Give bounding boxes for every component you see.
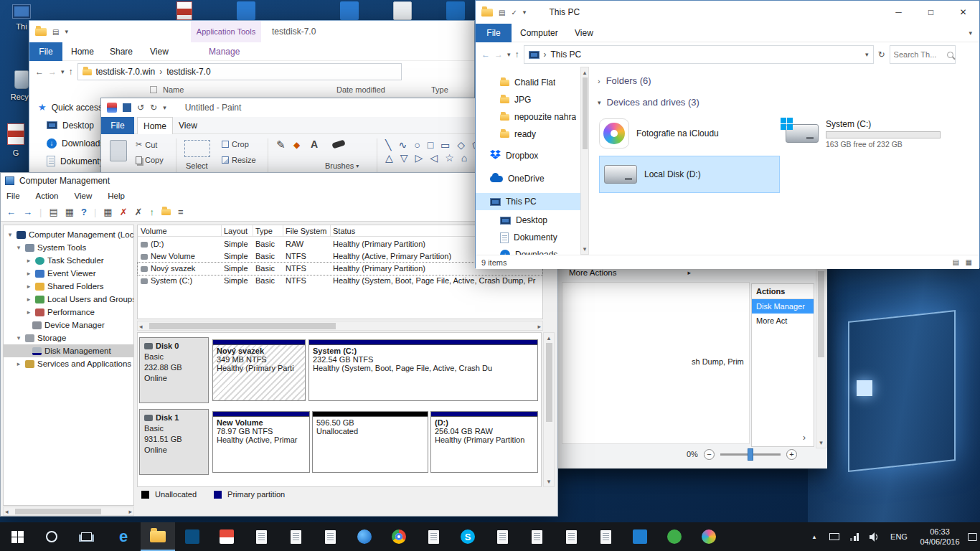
breadcrumb-part[interactable]: testdisk-7.0.win bbox=[96, 67, 156, 77]
nav-item-nepouzite[interactable]: nepouzite nahra bbox=[476, 108, 580, 126]
toolbar-list-icon[interactable]: ≡ bbox=[178, 207, 184, 217]
column-type[interactable]: Type bbox=[431, 85, 448, 94]
tree-item-local-users[interactable]: ▸Local Users and Groups bbox=[4, 293, 133, 306]
address-dropdown-icon[interactable]: ▾ bbox=[865, 51, 869, 58]
scroll-left-icon[interactable]: ◂ bbox=[5, 508, 9, 515]
back-icon[interactable]: ← bbox=[481, 50, 490, 60]
partition-new-volume[interactable]: New Volume 78.97 GB NTFS Healthy (Active… bbox=[212, 411, 310, 473]
desktop-icon-pdf-top[interactable] bbox=[176, 1, 192, 22]
scroll-down-icon[interactable]: ▾ bbox=[581, 245, 588, 253]
zoom-in-icon[interactable]: + bbox=[786, 449, 797, 460]
taskbar-chrome[interactable] bbox=[382, 522, 416, 551]
column-date-modified[interactable]: Date modified bbox=[336, 85, 385, 94]
qat-chevron-down-icon[interactable]: ▾ bbox=[523, 9, 527, 16]
tree-item-system-tools[interactable]: ▾System Tools bbox=[4, 241, 133, 254]
item-system-c[interactable]: System (C:) 163 GB free of 232 GB bbox=[786, 114, 966, 153]
nav-item-ready[interactable]: ready bbox=[476, 126, 580, 143]
back-icon[interactable]: ← bbox=[35, 67, 44, 77]
desktop-icon-app-4[interactable] bbox=[446, 1, 465, 22]
pencil-tool-icon[interactable]: ✎ bbox=[276, 138, 286, 151]
shape-rounded-rectangle-icon[interactable]: ▭ bbox=[440, 139, 450, 151]
shape-oval-icon[interactable]: ○ bbox=[414, 139, 420, 151]
devices-group-header[interactable]: ▾ Devices and drives (3) bbox=[598, 97, 699, 108]
desktop-icon-app-3[interactable] bbox=[393, 1, 412, 22]
actions-item-more-actions[interactable]: More Act bbox=[752, 314, 814, 328]
breadcrumb-part[interactable]: testdisk-7.0 bbox=[166, 67, 210, 77]
expander-icon[interactable]: ▸ bbox=[15, 360, 22, 367]
tray-clock[interactable]: 06:33 04/06/2016 bbox=[915, 522, 964, 551]
nav-item-dokumenty[interactable]: Dokumenty bbox=[476, 229, 580, 246]
menu-help[interactable]: Help bbox=[108, 192, 125, 200]
toolbar-window-icon[interactable]: ▦ bbox=[103, 207, 112, 217]
tab-file[interactable]: File bbox=[476, 24, 512, 42]
shape-line-icon[interactable]: ╲ bbox=[385, 139, 391, 151]
disk-view-vscroll[interactable]: ▴ ▾ bbox=[543, 332, 555, 487]
redo-icon[interactable]: ↻ bbox=[150, 103, 157, 113]
tab-share[interactable]: Share bbox=[110, 47, 133, 57]
qat-chevron-down-icon[interactable]: ▾ bbox=[163, 104, 166, 111]
nav-item-desktop[interactable]: Desktop bbox=[476, 212, 580, 229]
paste-icon[interactable] bbox=[110, 140, 127, 161]
cortana-button[interactable] bbox=[34, 522, 69, 551]
taskbar-document-3[interactable] bbox=[313, 522, 347, 551]
qat-properties-icon[interactable]: ▤ bbox=[52, 28, 59, 36]
taskbar-skype[interactable]: S bbox=[451, 522, 485, 551]
forward-icon[interactable]: → bbox=[494, 50, 503, 60]
shape-star-icon[interactable]: ☆ bbox=[445, 152, 454, 164]
desktop-icon-pdf[interactable]: G bbox=[0, 123, 32, 157]
actions-item-disk-management[interactable]: Disk Manager bbox=[752, 299, 814, 314]
tree-item-shared-folders[interactable]: ▸Shared Folders bbox=[4, 280, 133, 293]
scroll-up-icon[interactable]: ▴ bbox=[544, 334, 554, 342]
taskbar-app-blue[interactable] bbox=[347, 522, 382, 551]
col-volume[interactable]: Volume bbox=[141, 225, 220, 237]
taskbar-document-8[interactable] bbox=[588, 522, 623, 551]
select-all-checkbox[interactable] bbox=[150, 86, 157, 93]
history-chevron-icon[interactable]: ▾ bbox=[507, 51, 511, 58]
expander-icon[interactable]: ▸ bbox=[25, 270, 32, 277]
up-icon[interactable]: ↑ bbox=[515, 50, 519, 60]
scroll-right-icon[interactable]: › bbox=[803, 433, 806, 443]
col-layout[interactable]: Layout bbox=[224, 225, 253, 237]
shape-left-arrow-icon[interactable]: ◁ bbox=[430, 152, 438, 164]
scroll-up-icon[interactable]: ▴ bbox=[581, 69, 588, 76]
search-box[interactable] bbox=[890, 45, 956, 64]
scroll-down-icon[interactable]: ▾ bbox=[544, 478, 554, 485]
expander-icon[interactable]: ▾ bbox=[15, 334, 22, 342]
column-name[interactable]: Name bbox=[163, 85, 184, 94]
expander-icon[interactable]: ▸ bbox=[25, 296, 32, 303]
fragment-scrollbar[interactable]: ▾ bbox=[816, 268, 826, 448]
taskbar-document-1[interactable] bbox=[244, 522, 278, 551]
tab-home[interactable]: Home bbox=[71, 47, 94, 57]
partition-d[interactable]: (D:) 256.04 GB RAW Healthy (Primary Part… bbox=[430, 411, 538, 473]
taskbar-document-2[interactable] bbox=[278, 522, 313, 551]
partition-system-c[interactable]: System (C:) 232.54 GB NTFS Healthy (Syst… bbox=[308, 339, 538, 401]
tab-computer[interactable]: Computer bbox=[520, 28, 558, 38]
item-icloud-photos[interactable]: Fotografie na iCloudu bbox=[599, 114, 780, 153]
expander-icon[interactable]: ▸ bbox=[25, 283, 32, 290]
brushes-button[interactable]: Brushes▾ bbox=[325, 161, 359, 170]
breadcrumb-this-pc[interactable]: This PC bbox=[551, 50, 582, 60]
scrollbar-thumb[interactable] bbox=[15, 509, 101, 514]
tree-item-storage[interactable]: ▾Storage bbox=[4, 331, 133, 344]
desktop-icon-app-1[interactable] bbox=[237, 1, 255, 22]
scrollbar-thumb[interactable] bbox=[546, 343, 552, 422]
taskbar-photos[interactable] bbox=[623, 522, 657, 551]
scroll-right-icon[interactable]: ▸ bbox=[537, 323, 541, 330]
taskbar-document-6[interactable] bbox=[519, 522, 554, 551]
search-input[interactable] bbox=[894, 50, 944, 59]
shape-home-icon[interactable]: ⌂ bbox=[461, 152, 467, 164]
paint-tab-view[interactable]: View bbox=[179, 121, 197, 131]
taskbar-photoscape[interactable] bbox=[657, 522, 692, 551]
tray-show-hidden-icons[interactable]: ▴ bbox=[805, 522, 824, 551]
toolbar-cancel-icon[interactable]: ✗ bbox=[135, 207, 143, 217]
paint-tab-home[interactable]: Home bbox=[137, 117, 173, 134]
toolbar-up-icon[interactable]: ↑ bbox=[149, 207, 154, 217]
shape-right-arrow-icon[interactable]: ▷ bbox=[415, 152, 423, 164]
minimize-button[interactable]: ─ bbox=[882, 1, 915, 24]
thispc-titlebar[interactable]: ▤ ✓ ▾ This PC ─ □ ✕ bbox=[476, 1, 979, 24]
shape-curve-icon[interactable]: ∿ bbox=[398, 139, 407, 151]
close-button[interactable]: ✕ bbox=[947, 1, 979, 24]
disk1-label-cell[interactable]: Disk 1 Basic 931.51 GB Online bbox=[139, 409, 209, 475]
toolbar-console-icon[interactable]: ▦ bbox=[65, 207, 74, 217]
menu-view[interactable]: View bbox=[75, 192, 93, 200]
